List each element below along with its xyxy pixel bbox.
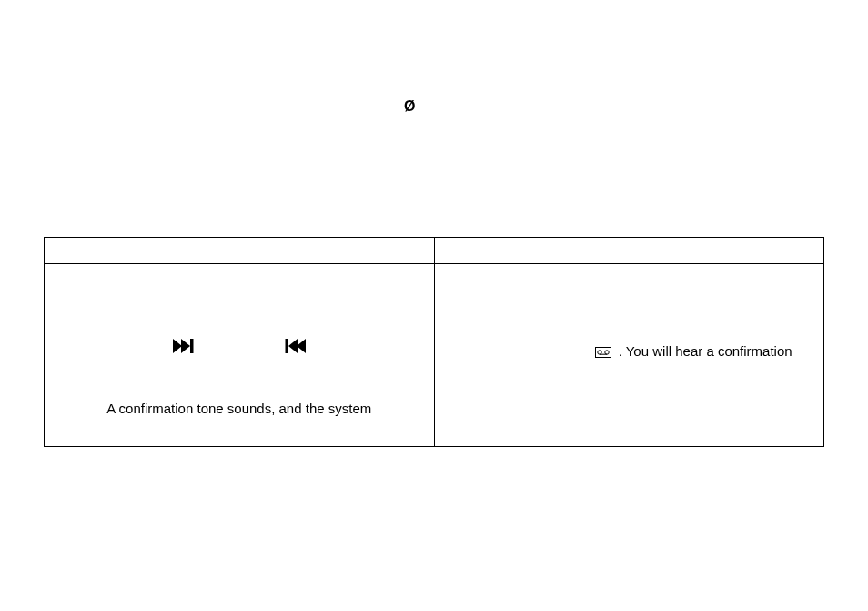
forward-end-icon bbox=[173, 339, 197, 353]
left-cell-text: A confirmation tone sounds, and the syst… bbox=[59, 401, 419, 416]
table-header-row bbox=[45, 238, 824, 264]
table-header-left bbox=[45, 238, 435, 264]
document-page: Ø bbox=[0, 0, 868, 611]
slashed-o-glyph: Ø bbox=[404, 98, 415, 115]
svg-rect-3 bbox=[285, 339, 288, 353]
svg-marker-5 bbox=[297, 339, 306, 353]
cell-right: . You will hear a confirmation bbox=[434, 264, 824, 447]
svg-marker-1 bbox=[181, 339, 190, 353]
cell-left: A confirmation tone sounds, and the syst… bbox=[45, 264, 435, 447]
svg-point-8 bbox=[604, 350, 608, 353]
table-header-right bbox=[434, 238, 824, 264]
voicemail-icon bbox=[595, 345, 611, 361]
backward-start-icon bbox=[282, 339, 306, 353]
svg-marker-0 bbox=[173, 339, 182, 353]
table-row: A confirmation tone sounds, and the syst… bbox=[45, 264, 824, 447]
svg-rect-2 bbox=[190, 339, 194, 353]
instruction-table: A confirmation tone sounds, and the syst… bbox=[44, 237, 824, 447]
svg-point-7 bbox=[597, 350, 601, 353]
right-cell-text: . You will hear a confirmation bbox=[619, 343, 792, 359]
svg-marker-4 bbox=[288, 339, 298, 353]
